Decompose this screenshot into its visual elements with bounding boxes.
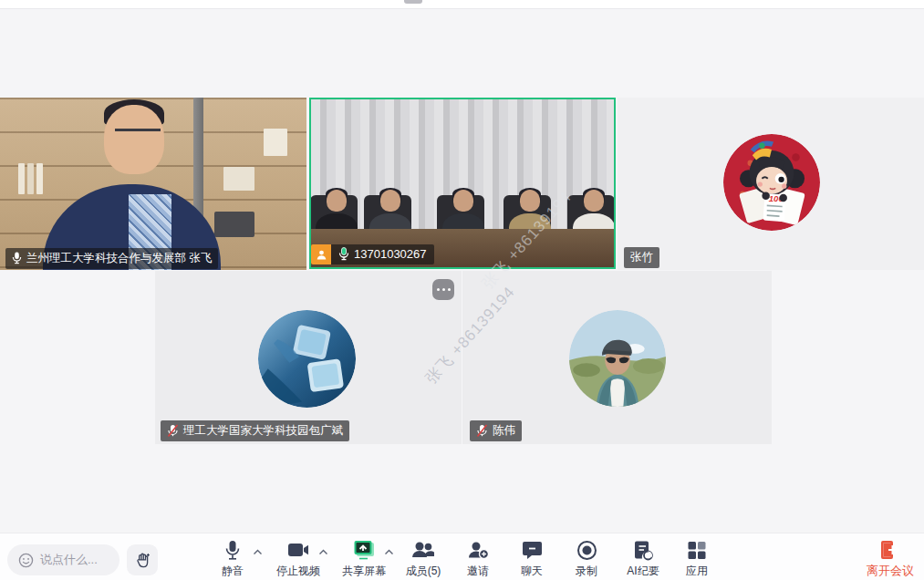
record-label: 录制 — [576, 564, 597, 579]
ai-notes-label: AI纪要 — [627, 564, 659, 579]
bookshelf-box — [264, 129, 287, 156]
mic-on-icon — [12, 252, 22, 264]
camera-icon — [287, 540, 310, 561]
participant-name: 陈伟 — [493, 423, 515, 438]
mute-label: 静音 — [222, 564, 244, 579]
meeting-toolbar: 说点什么... 静音 停止视频 — [0, 533, 924, 580]
leave-meeting-button[interactable]: 离开会议 — [856, 540, 924, 579]
toolbar-collapse-handle[interactable] — [404, 0, 422, 4]
chat-icon — [522, 540, 543, 561]
share-screen-icon — [353, 540, 375, 561]
participant-name: 张竹 — [630, 250, 653, 264]
name-tag: 13701030267 — [311, 244, 434, 264]
bookshelf-book — [27, 163, 34, 194]
invite-label: 邀请 — [467, 564, 489, 579]
chat-placeholder: 说点什么... — [40, 552, 98, 568]
mic-speaking-icon — [338, 247, 349, 261]
stop-video-label: 停止视频 — [276, 564, 320, 579]
members-label: 成员(5) — [406, 564, 441, 579]
avatar — [569, 310, 666, 407]
name-tag: 陈伟 — [470, 420, 522, 441]
chat-label: 聊天 — [521, 564, 543, 579]
participant-glasses — [115, 129, 161, 140]
video-options-caret-icon[interactable] — [318, 549, 328, 555]
participant-name: 兰州理工大学科技合作与发展部 张飞 — [26, 251, 212, 265]
members-icon — [411, 540, 435, 561]
ai-notes-button[interactable]: AI纪要 — [616, 540, 670, 579]
video-tile-baoguangbin[interactable]: 理工大学国家大学科技园包广斌 — [155, 271, 462, 444]
microphone-icon — [224, 540, 241, 561]
host-badge — [311, 244, 331, 264]
host-person-icon — [316, 249, 327, 261]
bookshelf-tv — [214, 212, 254, 237]
share-options-caret-icon[interactable] — [384, 549, 394, 555]
video-tile-13701030267[interactable]: 13701030267 — [309, 98, 616, 269]
record-button[interactable]: 录制 — [559, 540, 614, 579]
share-screen-label: 共享屏幕 — [342, 564, 386, 579]
bookshelf-book — [36, 163, 43, 194]
bookshelf-book — [18, 163, 25, 194]
bookshelf-box — [223, 167, 254, 191]
video-tile-chenwei[interactable]: 陈伟 — [462, 271, 772, 444]
invite-button[interactable]: 邀请 — [451, 540, 505, 579]
apps-label: 应用 — [686, 564, 708, 579]
invite-icon — [467, 540, 489, 561]
avatar — [258, 310, 356, 408]
record-icon — [576, 540, 597, 561]
stop-video-button[interactable]: 停止视频 — [271, 540, 326, 579]
share-screen-button[interactable]: 共享屏幕 — [335, 540, 393, 579]
members-button[interactable]: 成员(5) — [396, 540, 451, 579]
mic-options-caret-icon[interactable] — [253, 549, 263, 555]
video-tile-zhangfei[interactable]: 兰州理工大学科技合作与发展部 张飞 — [0, 98, 306, 270]
name-tag: 理工大学国家大学科技园包广斌 — [161, 420, 349, 441]
mic-muted-icon — [167, 424, 179, 438]
name-tag: 兰州理工大学科技合作与发展部 张飞 — [5, 248, 218, 269]
emoji-icon[interactable] — [18, 553, 34, 568]
leave-meeting-label: 离开会议 — [867, 563, 914, 579]
apps-icon — [687, 540, 707, 561]
quick-chat-input[interactable]: 说点什么... — [7, 544, 119, 575]
top-bar — [0, 0, 924, 9]
raise-hand-button[interactable] — [127, 544, 158, 575]
meeting-window: 兰州理工大学科技合作与发展部 张飞 — [0, 0, 924, 580]
raise-hand-icon — [134, 552, 151, 569]
chat-button[interactable]: 聊天 — [504, 540, 559, 579]
ai-notes-icon — [633, 540, 654, 561]
tile-more-button[interactable] — [432, 279, 454, 300]
participant-name: 理工大学国家大学科技园包广斌 — [183, 423, 343, 438]
mute-button[interactable]: 静音 — [207, 540, 258, 579]
leave-meeting-icon — [880, 540, 901, 560]
name-tag: 张竹 — [624, 247, 659, 268]
participant-name: 13701030267 — [354, 247, 427, 261]
avatar: 100 — [723, 134, 820, 231]
apps-button[interactable]: 应用 — [670, 540, 724, 579]
mic-muted-icon — [476, 424, 488, 438]
video-tile-zhangzhu[interactable]: 100 张竹 — [618, 98, 924, 270]
